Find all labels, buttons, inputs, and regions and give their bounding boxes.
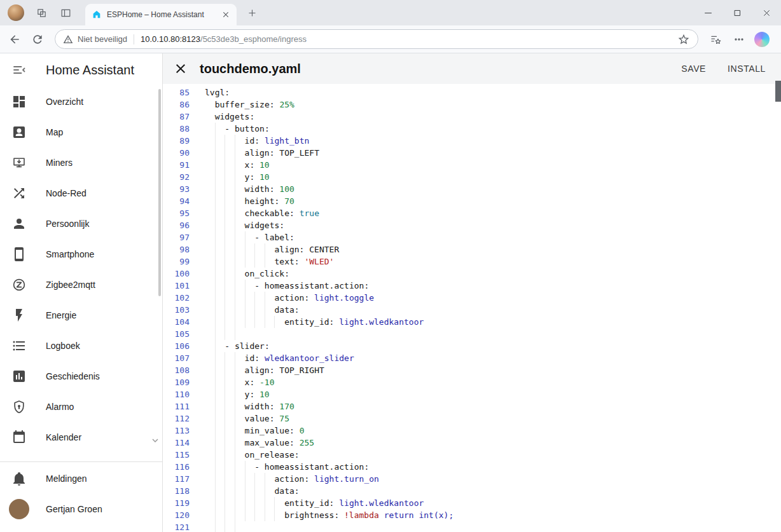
browser-profile-avatar[interactable] <box>8 4 24 21</box>
sidebar-item-label: Gertjan Groen <box>46 504 102 514</box>
code-line: - homeassistant.action: <box>205 280 453 292</box>
new-tab-button[interactable] <box>243 4 261 22</box>
list-icon <box>11 338 27 353</box>
editor-header: touchdemo.yaml SAVE INSTALL <box>163 53 781 84</box>
minimize-button[interactable] <box>693 0 722 25</box>
sidebar-item-label: Alarmo <box>46 402 74 412</box>
tab-close-icon <box>220 9 232 20</box>
chevron-down-icon[interactable] <box>149 435 161 446</box>
code-line: data: <box>205 485 453 497</box>
code-line: checkable: true <box>205 207 453 219</box>
line-numbers: 8586878889909192939495969798991001011021… <box>163 86 190 532</box>
sidebar-item-logboek[interactable]: Logboek <box>0 331 162 361</box>
code-line <box>205 521 453 532</box>
bell-icon <box>11 471 27 486</box>
back-button[interactable] <box>4 29 25 50</box>
code-line: - slider: <box>205 340 453 352</box>
maximize-button[interactable] <box>722 0 752 25</box>
browser-titlebar: ESPHome – Home Assistant <box>0 0 781 25</box>
code-line: height: 70 <box>205 195 453 207</box>
code-line: id: wledkantoor_slider <box>205 352 453 364</box>
back-icon <box>8 33 21 46</box>
star-icon <box>677 33 690 46</box>
sidebar-item-zigbee2mqtt[interactable]: Zigbee2mqtt <box>0 269 162 300</box>
code-line: width: 170 <box>205 400 453 413</box>
sidebar-item-geschiedenis[interactable]: Geschiedenis <box>0 361 162 392</box>
maximize-icon <box>732 8 743 18</box>
code-line: align: CENTER <box>205 243 453 256</box>
code-editor[interactable]: 8586878889909192939495969798991001011021… <box>163 84 781 532</box>
sidebar-bottom-menu: MeldingenGertjan Groen <box>0 461 162 532</box>
zigbee-icon <box>11 277 27 292</box>
dashboard-icon <box>11 94 27 109</box>
refresh-button[interactable] <box>27 29 48 50</box>
sidebar-item-node-red[interactable]: Node-Red <box>0 178 162 208</box>
sidebar-item-smartphone[interactable]: Smartphone <box>0 239 162 269</box>
user-avatar <box>9 499 29 519</box>
code-line: action: light.toggle <box>205 292 453 304</box>
calendar-icon <box>11 430 27 445</box>
sidebar-item-overzicht[interactable]: Overzicht <box>0 86 162 117</box>
main-scrollbar[interactable] <box>775 81 781 102</box>
workspaces-button[interactable] <box>32 3 51 22</box>
code-line: align: TOP_RIGHT <box>205 364 453 376</box>
code-line: width: 100 <box>205 183 453 195</box>
sidebar-item-miners[interactable]: Miners <box>0 147 162 178</box>
sidebar-item-persoonlijk[interactable]: Persoonlijk <box>0 208 162 239</box>
minimize-icon <box>703 8 714 18</box>
copilot-icon[interactable] <box>754 32 770 47</box>
refresh-icon <box>31 33 44 46</box>
main-content: touchdemo.yaml SAVE INSTALL 858687888990… <box>163 53 781 532</box>
code-line: brightness: !lambda return int(x); <box>205 509 453 521</box>
save-button[interactable]: SAVE <box>680 60 707 78</box>
code-line: id: light_btn <box>205 135 453 147</box>
browser-menu-button[interactable] <box>729 29 749 50</box>
tab-actions-button[interactable] <box>56 3 75 22</box>
code-line: data: <box>205 304 453 316</box>
code-lines: lvgl: buffer_size: 25% widgets: - button… <box>205 86 453 532</box>
account-box-icon <box>11 125 27 140</box>
code-line: max_value: 255 <box>205 437 453 449</box>
sidebar-scrollbar[interactable] <box>158 89 161 296</box>
sidebar-menu: OverzichtMapMinersNode-RedPersoonlijkSma… <box>0 86 162 453</box>
bookmark-star-button[interactable] <box>677 33 690 46</box>
close-icon <box>173 61 188 76</box>
sidebar-item-kalender[interactable]: Kalender <box>0 422 162 453</box>
dots-icon <box>733 33 745 46</box>
close-window-button[interactable] <box>752 0 781 25</box>
chart-icon <box>11 369 27 384</box>
favorites-button[interactable] <box>706 29 726 50</box>
sidebar-item-energie[interactable]: Energie <box>0 300 162 331</box>
security-label: Niet beveiligd <box>78 34 127 44</box>
sidebar-item-label: Zigbee2mqtt <box>46 280 95 290</box>
sidebar-item-label: Persoonlijk <box>46 219 89 229</box>
sidebar-item-gertjan-groen[interactable]: Gertjan Groen <box>0 494 162 524</box>
sidebar-item-meldingen[interactable]: Meldingen <box>0 463 162 494</box>
file-title: touchdemo.yaml <box>200 62 301 76</box>
sidebar-item-alarmo[interactable]: Alarmo <box>0 392 162 422</box>
sidebar-item-label: Map <box>46 127 63 137</box>
tab-close-button[interactable] <box>220 9 232 20</box>
sidebar-item-map[interactable]: Map <box>0 117 162 147</box>
plus-icon <box>247 8 258 18</box>
sidebar-toggle-button[interactable] <box>11 62 27 78</box>
sidebar-item-label: Kalender <box>46 432 81 442</box>
warning-icon <box>63 34 73 44</box>
code-line: entity_id: light.wledkantoor <box>205 316 453 328</box>
sidebar-header: Home Assistant <box>0 53 162 86</box>
code-line <box>205 328 453 340</box>
code-line: x: -10 <box>205 376 453 388</box>
monitor-icon <box>11 155 27 170</box>
sidebar-item-label: Logboek <box>46 341 80 351</box>
address-bar[interactable]: Niet beveiligd 10.0.10.80:8123 /5c53de3b… <box>55 29 698 49</box>
code-line: text: 'WLED' <box>205 256 453 268</box>
sidebar-item-label: Miners <box>46 158 73 168</box>
install-button[interactable]: INSTALL <box>726 60 767 78</box>
url-separator <box>134 34 134 44</box>
url-path: /5c53de3b_esphome/ingress <box>200 34 307 44</box>
code-line: value: 75 <box>205 413 453 425</box>
browser-toolbar: Niet beveiligd 10.0.10.80:8123 /5c53de3b… <box>0 25 781 53</box>
editor-close-button[interactable] <box>173 61 188 76</box>
code-line: - label: <box>205 231 453 243</box>
browser-tab[interactable]: ESPHome – Home Assistant <box>85 4 237 25</box>
